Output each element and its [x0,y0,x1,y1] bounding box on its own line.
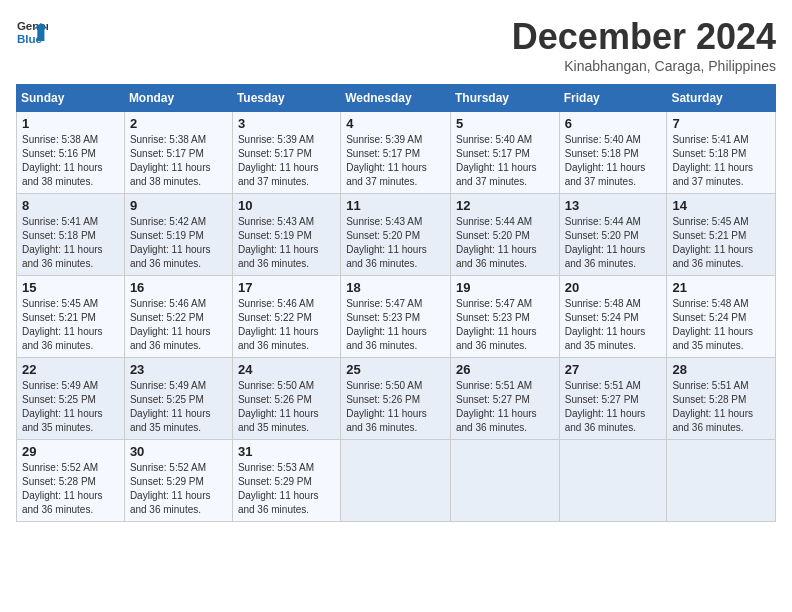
day-number: 9 [130,198,227,213]
day-number: 10 [238,198,335,213]
day-number: 5 [456,116,554,131]
day-number: 22 [22,362,119,377]
table-row: 3 Sunrise: 5:39 AMSunset: 5:17 PMDayligh… [232,112,340,194]
logo-icon: General Blue [16,16,48,48]
header-wednesday: Wednesday [341,85,451,112]
day-number: 26 [456,362,554,377]
table-row: 4 Sunrise: 5:39 AMSunset: 5:17 PMDayligh… [341,112,451,194]
day-info: Sunrise: 5:46 AMSunset: 5:22 PMDaylight:… [130,297,227,353]
table-row: 18 Sunrise: 5:47 AMSunset: 5:23 PMDaylig… [341,276,451,358]
day-info: Sunrise: 5:48 AMSunset: 5:24 PMDaylight:… [672,297,770,353]
day-info: Sunrise: 5:49 AMSunset: 5:25 PMDaylight:… [130,379,227,435]
logo: General Blue [16,16,48,48]
day-info: Sunrise: 5:51 AMSunset: 5:27 PMDaylight:… [456,379,554,435]
table-row: 28 Sunrise: 5:51 AMSunset: 5:28 PMDaylig… [667,358,776,440]
day-info: Sunrise: 5:41 AMSunset: 5:18 PMDaylight:… [22,215,119,271]
day-number: 12 [456,198,554,213]
day-info: Sunrise: 5:53 AMSunset: 5:29 PMDaylight:… [238,461,335,517]
day-info: Sunrise: 5:48 AMSunset: 5:24 PMDaylight:… [565,297,662,353]
day-info: Sunrise: 5:40 AMSunset: 5:18 PMDaylight:… [565,133,662,189]
day-info: Sunrise: 5:47 AMSunset: 5:23 PMDaylight:… [346,297,445,353]
day-number: 2 [130,116,227,131]
calendar-table: Sunday Monday Tuesday Wednesday Thursday… [16,84,776,522]
table-row: 11 Sunrise: 5:43 AMSunset: 5:20 PMDaylig… [341,194,451,276]
header-tuesday: Tuesday [232,85,340,112]
table-row: 10 Sunrise: 5:43 AMSunset: 5:19 PMDaylig… [232,194,340,276]
table-row [450,440,559,522]
day-number: 6 [565,116,662,131]
table-row: 5 Sunrise: 5:40 AMSunset: 5:17 PMDayligh… [450,112,559,194]
title-block: December 2024 Kinabhangan, Caraga, Phili… [512,16,776,74]
day-info: Sunrise: 5:51 AMSunset: 5:28 PMDaylight:… [672,379,770,435]
header-saturday: Saturday [667,85,776,112]
table-row: 21 Sunrise: 5:48 AMSunset: 5:24 PMDaylig… [667,276,776,358]
page-header: General Blue December 2024 Kinabhangan, … [16,16,776,74]
day-number: 11 [346,198,445,213]
table-row: 20 Sunrise: 5:48 AMSunset: 5:24 PMDaylig… [559,276,667,358]
table-row: 29 Sunrise: 5:52 AMSunset: 5:28 PMDaylig… [17,440,125,522]
day-number: 15 [22,280,119,295]
table-row: 17 Sunrise: 5:46 AMSunset: 5:22 PMDaylig… [232,276,340,358]
day-number: 20 [565,280,662,295]
day-info: Sunrise: 5:41 AMSunset: 5:18 PMDaylight:… [672,133,770,189]
table-row [667,440,776,522]
day-info: Sunrise: 5:50 AMSunset: 5:26 PMDaylight:… [346,379,445,435]
header-friday: Friday [559,85,667,112]
table-row: 9 Sunrise: 5:42 AMSunset: 5:19 PMDayligh… [124,194,232,276]
table-row: 26 Sunrise: 5:51 AMSunset: 5:27 PMDaylig… [450,358,559,440]
table-row: 8 Sunrise: 5:41 AMSunset: 5:18 PMDayligh… [17,194,125,276]
table-row: 7 Sunrise: 5:41 AMSunset: 5:18 PMDayligh… [667,112,776,194]
location-subtitle: Kinabhangan, Caraga, Philippines [512,58,776,74]
calendar-week-row: 15 Sunrise: 5:45 AMSunset: 5:21 PMDaylig… [17,276,776,358]
day-info: Sunrise: 5:44 AMSunset: 5:20 PMDaylight:… [456,215,554,271]
day-number: 4 [346,116,445,131]
table-row: 24 Sunrise: 5:50 AMSunset: 5:26 PMDaylig… [232,358,340,440]
header-sunday: Sunday [17,85,125,112]
day-number: 8 [22,198,119,213]
table-row [341,440,451,522]
table-row [559,440,667,522]
table-row: 23 Sunrise: 5:49 AMSunset: 5:25 PMDaylig… [124,358,232,440]
day-info: Sunrise: 5:43 AMSunset: 5:19 PMDaylight:… [238,215,335,271]
calendar-week-row: 1 Sunrise: 5:38 AMSunset: 5:16 PMDayligh… [17,112,776,194]
header-monday: Monday [124,85,232,112]
day-info: Sunrise: 5:47 AMSunset: 5:23 PMDaylight:… [456,297,554,353]
day-info: Sunrise: 5:42 AMSunset: 5:19 PMDaylight:… [130,215,227,271]
table-row: 16 Sunrise: 5:46 AMSunset: 5:22 PMDaylig… [124,276,232,358]
day-number: 31 [238,444,335,459]
day-number: 13 [565,198,662,213]
day-number: 1 [22,116,119,131]
day-info: Sunrise: 5:39 AMSunset: 5:17 PMDaylight:… [346,133,445,189]
day-number: 21 [672,280,770,295]
day-info: Sunrise: 5:49 AMSunset: 5:25 PMDaylight:… [22,379,119,435]
month-title: December 2024 [512,16,776,58]
table-row: 2 Sunrise: 5:38 AMSunset: 5:17 PMDayligh… [124,112,232,194]
day-info: Sunrise: 5:51 AMSunset: 5:27 PMDaylight:… [565,379,662,435]
day-info: Sunrise: 5:38 AMSunset: 5:17 PMDaylight:… [130,133,227,189]
day-number: 7 [672,116,770,131]
day-number: 19 [456,280,554,295]
table-row: 6 Sunrise: 5:40 AMSunset: 5:18 PMDayligh… [559,112,667,194]
day-info: Sunrise: 5:40 AMSunset: 5:17 PMDaylight:… [456,133,554,189]
day-number: 24 [238,362,335,377]
day-info: Sunrise: 5:43 AMSunset: 5:20 PMDaylight:… [346,215,445,271]
calendar-week-row: 22 Sunrise: 5:49 AMSunset: 5:25 PMDaylig… [17,358,776,440]
day-number: 28 [672,362,770,377]
day-number: 17 [238,280,335,295]
calendar-week-row: 29 Sunrise: 5:52 AMSunset: 5:28 PMDaylig… [17,440,776,522]
day-number: 27 [565,362,662,377]
day-number: 23 [130,362,227,377]
day-number: 30 [130,444,227,459]
day-info: Sunrise: 5:45 AMSunset: 5:21 PMDaylight:… [672,215,770,271]
day-header-row: Sunday Monday Tuesday Wednesday Thursday… [17,85,776,112]
table-row: 12 Sunrise: 5:44 AMSunset: 5:20 PMDaylig… [450,194,559,276]
day-number: 14 [672,198,770,213]
day-number: 29 [22,444,119,459]
day-number: 25 [346,362,445,377]
day-info: Sunrise: 5:44 AMSunset: 5:20 PMDaylight:… [565,215,662,271]
day-number: 3 [238,116,335,131]
table-row: 30 Sunrise: 5:52 AMSunset: 5:29 PMDaylig… [124,440,232,522]
day-info: Sunrise: 5:50 AMSunset: 5:26 PMDaylight:… [238,379,335,435]
table-row: 14 Sunrise: 5:45 AMSunset: 5:21 PMDaylig… [667,194,776,276]
table-row: 1 Sunrise: 5:38 AMSunset: 5:16 PMDayligh… [17,112,125,194]
